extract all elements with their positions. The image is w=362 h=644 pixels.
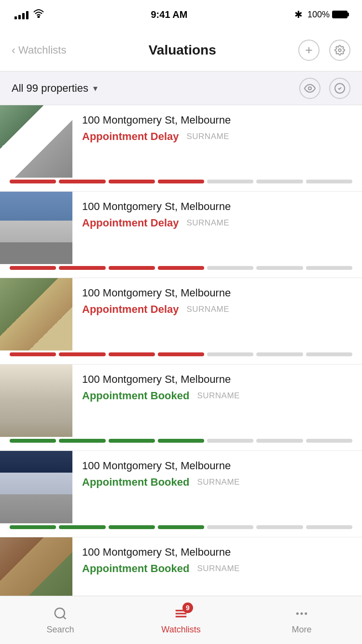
property-image [0,364,72,437]
progress-segment [59,266,105,270]
property-item[interactable]: 100 Montgomery St, Melbourne Appointment… [0,192,362,278]
progress-bar [0,178,362,191]
progress-segment [158,180,204,183]
progress-segment [10,266,56,270]
status-bar: 9:41 AM ✱ 100% [0,0,362,29]
filter-actions [299,78,350,99]
progress-segment [59,180,105,183]
progress-segment [256,352,303,356]
status-right: ✱ 100% [294,9,348,20]
property-row: 100 Montgomery St, Melbourne Appointment… [0,105,362,178]
property-status-row: Appointment Booked SURNAME [82,390,352,402]
tab-more[interactable]: More [268,605,335,635]
settings-button[interactable] [329,40,350,61]
view-button[interactable] [299,78,320,99]
add-button[interactable] [298,40,320,61]
progress-segment [158,266,204,270]
property-address: 100 Montgomery St, Melbourne [82,287,352,299]
svg-point-12 [301,613,303,615]
property-item[interactable]: 100 Montgomery St, Melbourne Appointment… [0,278,362,364]
property-address: 100 Montgomery St, Melbourne [82,114,352,126]
progress-segment [256,525,303,529]
property-row: 100 Montgomery St, Melbourne Appointment… [0,451,362,523]
progress-segment [109,352,155,356]
more-icon [294,606,309,621]
back-label: Watchlists [18,44,66,56]
progress-segment [109,439,155,443]
property-info: 100 Montgomery St, Melbourne Appointment… [72,278,362,350]
wifi-icon [33,9,44,20]
tab-watchlists[interactable]: 9 Watchlists [147,605,215,635]
svg-point-6 [55,608,65,618]
more-tab-icon [293,605,310,622]
battery-percent: 100% [307,10,330,20]
battery-fill [333,12,347,17]
progress-segment [306,439,352,443]
check-circle-icon [334,83,346,94]
progress-segment [10,525,56,529]
property-info: 100 Montgomery St, Melbourne Appointment… [72,364,362,437]
progress-bar [0,350,362,364]
watchlists-tab-icon: 9 [173,605,189,622]
signal-bar-2 [18,15,21,19]
progress-segment [158,352,204,356]
property-surname: SURNAME [186,132,229,141]
search-icon [53,606,68,621]
nav-actions [298,40,350,61]
property-row: 100 Montgomery St, Melbourne Appointment… [0,278,362,350]
progress-segment [109,180,155,183]
property-status-row: Appointment Booked SURNAME [82,476,352,489]
svg-point-11 [296,613,299,615]
signal-bar-4 [26,11,28,19]
progress-segment [207,180,253,183]
property-status-row: Appointment Booked SURNAME [82,562,352,575]
battery-icon [332,11,348,18]
tab-search[interactable]: Search [27,605,94,635]
progress-segment [207,266,253,270]
progress-bar [0,437,362,450]
property-image [0,192,72,264]
plus-icon [304,45,314,56]
filter-bar: All 99 properties ▾ [0,71,362,105]
progress-segment [158,439,204,443]
property-status: Appointment Booked [82,562,189,575]
progress-segment [256,439,303,443]
property-item[interactable]: 100 Montgomery St, Melbourne Appointment… [0,105,362,192]
progress-segment [10,439,56,443]
progress-segment [158,525,204,529]
progress-segment [59,439,105,443]
property-surname: SURNAME [197,477,240,487]
nav-bar: ‹ Watchlists Valuations [0,29,362,71]
check-button[interactable] [329,78,350,99]
property-status: Appointment Delay [82,217,179,229]
property-info: 100 Montgomery St, Melbourne Appointment… [72,451,362,523]
progress-segment [306,180,352,183]
battery-container: 100% [307,10,348,20]
watchlists-badge: 9 [182,602,193,613]
property-image [0,451,72,523]
progress-segment [306,525,352,529]
progress-segment [207,439,253,443]
filter-selector[interactable]: All 99 properties ▾ [12,82,97,95]
tab-bar: Search 9 Watchlists More [0,596,362,644]
property-status-row: Appointment Delay SURNAME [82,130,352,143]
svg-point-4 [308,87,311,90]
progress-bar [0,523,362,537]
back-button[interactable]: ‹ Watchlists [12,43,66,57]
progress-segment [256,266,303,270]
property-item[interactable]: 100 Montgomery St, Melbourne Appointment… [0,364,362,451]
progress-segment [10,352,56,356]
property-image [0,278,72,350]
progress-segment [207,352,253,356]
property-list: 100 Montgomery St, Melbourne Appointment… [0,105,362,644]
property-status-row: Appointment Delay SURNAME [82,217,352,229]
gear-icon [334,45,345,56]
property-status: Appointment Booked [82,476,189,489]
progress-segment [207,525,253,529]
property-item[interactable]: 100 Montgomery St, Melbourne Appointment… [0,451,362,537]
signal-bar-3 [22,13,25,19]
status-time: 9:41 AM [151,9,188,20]
progress-bar [0,264,362,278]
property-surname: SURNAME [186,218,229,228]
property-surname: SURNAME [197,564,240,574]
